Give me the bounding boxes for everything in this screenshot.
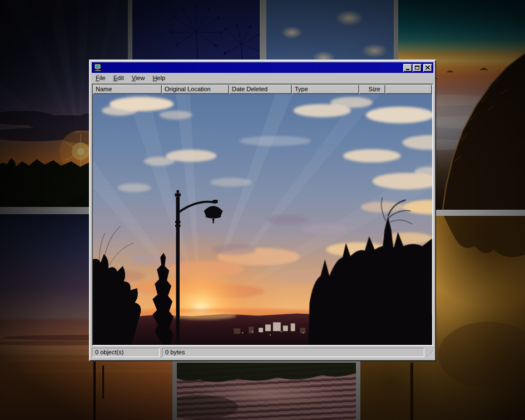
column-header-date-deleted[interactable]: Date Deleted (229, 85, 292, 94)
sunset-wallpaper (93, 94, 432, 345)
column-header-row: Name Original Location Date Deleted Type… (93, 85, 432, 94)
lake-pole-icon (102, 365, 104, 399)
status-objects: 0 object(s) (92, 348, 160, 357)
menu-file[interactable]: File (92, 73, 110, 83)
column-header-type[interactable]: Type (292, 85, 359, 94)
recycle-bin-window: File Edit View Help Name Original Locati… (89, 60, 436, 361)
umbel-head-1 (170, 6, 222, 47)
title-bar[interactable] (92, 62, 433, 73)
menu-view[interactable]: View (128, 73, 149, 83)
menu-edit[interactable]: Edit (110, 73, 128, 83)
column-header-name[interactable]: Name (93, 85, 162, 94)
maximize-button[interactable] (413, 64, 422, 72)
sunset-streetlamp-art (93, 94, 432, 345)
column-header-empty[interactable] (385, 85, 432, 94)
column-header-size[interactable]: Size (359, 85, 385, 94)
status-bytes: 0 bytes (162, 348, 424, 357)
column-header-original-location[interactable]: Original Location (162, 85, 229, 94)
menu-help[interactable]: Help (148, 73, 169, 83)
maximize-icon (415, 66, 419, 70)
computer-icon (93, 63, 102, 72)
water-reflection-art (177, 363, 356, 420)
close-icon (425, 66, 430, 70)
file-list-view[interactable]: Name Original Location Date Deleted Type… (92, 83, 433, 346)
lake-pole-icon (93, 362, 96, 420)
bokeh-pole-icon (410, 363, 413, 420)
close-button[interactable] (423, 64, 432, 72)
resize-grip[interactable] (427, 350, 433, 357)
sun-bloom (170, 312, 236, 320)
minimize-icon (406, 69, 409, 70)
menu-bar: File Edit View Help (92, 73, 433, 83)
status-bar: 0 object(s) 0 bytes (92, 348, 433, 358)
minimize-button[interactable] (403, 64, 412, 72)
water-reflection-photo (177, 363, 356, 420)
